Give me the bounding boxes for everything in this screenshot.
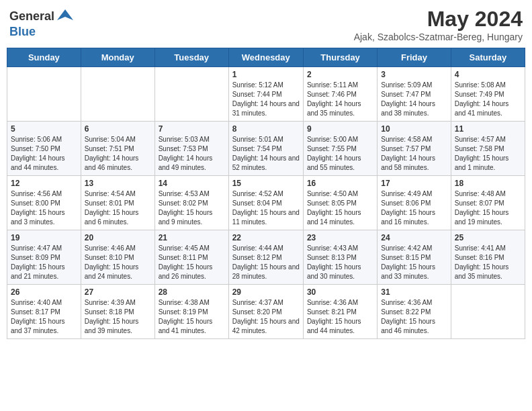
day-number: 29 (232, 287, 300, 297)
day-info: Sunrise: 4:47 AM Sunset: 8:09 PM Dayligh… (11, 244, 77, 281)
day-number: 26 (11, 287, 77, 297)
day-info: Sunrise: 4:43 AM Sunset: 8:13 PM Dayligh… (307, 244, 373, 281)
calendar-cell: 5Sunrise: 5:06 AM Sunset: 7:50 PM Daylig… (7, 122, 81, 176)
day-number: 16 (307, 179, 373, 188)
calendar-cell (81, 67, 154, 122)
day-number: 27 (85, 287, 151, 297)
day-info: Sunrise: 4:48 AM Sunset: 8:07 PM Dayligh… (455, 189, 521, 227)
calendar-cell: 25Sunrise: 4:41 AM Sunset: 8:16 PM Dayli… (451, 230, 525, 285)
sub-title: Ajak, Szabolcs-Szatmar-Bereg, Hungary (354, 32, 523, 42)
calendar-cell (154, 67, 228, 122)
logo-bird-icon (56, 7, 75, 26)
calendar-cell (451, 285, 525, 339)
calendar-cell: 29Sunrise: 4:37 AM Sunset: 8:20 PM Dayli… (228, 285, 303, 339)
day-number: 6 (85, 124, 151, 134)
calendar-cell: 6Sunrise: 5:04 AM Sunset: 7:51 PM Daylig… (81, 122, 154, 176)
day-info: Sunrise: 4:42 AM Sunset: 8:15 PM Dayligh… (381, 244, 447, 281)
calendar-cell: 13Sunrise: 4:54 AM Sunset: 8:01 PM Dayli… (81, 176, 154, 230)
calendar-header-thursday: Thursday (303, 48, 377, 67)
svg-marker-0 (57, 9, 73, 20)
calendar-cell: 28Sunrise: 4:38 AM Sunset: 8:19 PM Dayli… (154, 285, 228, 339)
day-number: 3 (381, 70, 447, 79)
day-info: Sunrise: 5:09 AM Sunset: 7:47 PM Dayligh… (381, 81, 447, 118)
day-info: Sunrise: 4:38 AM Sunset: 8:19 PM Dayligh… (159, 298, 225, 336)
calendar-cell: 22Sunrise: 4:44 AM Sunset: 8:12 PM Dayli… (228, 230, 303, 285)
day-number: 5 (11, 124, 77, 134)
day-info: Sunrise: 5:03 AM Sunset: 7:53 PM Dayligh… (159, 135, 225, 173)
calendar-cell: 16Sunrise: 4:50 AM Sunset: 8:05 PM Dayli… (303, 176, 377, 230)
calendar-cell: 24Sunrise: 4:42 AM Sunset: 8:15 PM Dayli… (378, 230, 451, 285)
calendar-cell: 31Sunrise: 4:36 AM Sunset: 8:22 PM Dayli… (378, 285, 451, 339)
day-info: Sunrise: 5:04 AM Sunset: 7:51 PM Dayligh… (85, 135, 151, 173)
calendar-cell: 1Sunrise: 5:12 AM Sunset: 7:44 PM Daylig… (228, 67, 303, 122)
calendar-header-sunday: Sunday (7, 48, 81, 67)
day-info: Sunrise: 4:37 AM Sunset: 8:20 PM Dayligh… (232, 298, 300, 336)
day-info: Sunrise: 5:12 AM Sunset: 7:44 PM Dayligh… (232, 81, 300, 118)
day-info: Sunrise: 4:50 AM Sunset: 8:05 PM Dayligh… (307, 189, 373, 227)
day-number: 18 (455, 179, 521, 188)
day-number: 9 (307, 124, 373, 134)
calendar-header-friday: Friday (378, 48, 451, 67)
day-info: Sunrise: 4:57 AM Sunset: 7:58 PM Dayligh… (455, 135, 521, 173)
day-info: Sunrise: 4:56 AM Sunset: 8:00 PM Dayligh… (11, 189, 77, 227)
day-number: 15 (232, 179, 300, 188)
calendar-cell: 19Sunrise: 4:47 AM Sunset: 8:09 PM Dayli… (7, 230, 81, 285)
day-number: 23 (307, 233, 373, 242)
calendar-cell: 7Sunrise: 5:03 AM Sunset: 7:53 PM Daylig… (154, 122, 228, 176)
day-number: 28 (159, 287, 225, 297)
day-number: 24 (381, 233, 447, 242)
day-number: 2 (307, 70, 373, 79)
day-info: Sunrise: 5:01 AM Sunset: 7:54 PM Dayligh… (232, 135, 300, 173)
page-header: General Blue May 2024 Ajak, Szabolcs-Sza… (7, 7, 525, 42)
day-number: 21 (159, 233, 225, 242)
calendar-cell: 26Sunrise: 4:40 AM Sunset: 8:17 PM Dayli… (7, 285, 81, 339)
day-number: 13 (85, 179, 151, 188)
calendar-week-row: 12Sunrise: 4:56 AM Sunset: 8:00 PM Dayli… (7, 176, 525, 230)
day-number: 12 (11, 179, 77, 188)
calendar-week-row: 26Sunrise: 4:40 AM Sunset: 8:17 PM Dayli… (7, 285, 525, 339)
day-info: Sunrise: 4:53 AM Sunset: 8:02 PM Dayligh… (159, 189, 225, 227)
day-number: 20 (85, 233, 151, 242)
logo-general: General (9, 10, 54, 22)
day-number: 7 (159, 124, 225, 134)
day-info: Sunrise: 4:36 AM Sunset: 8:21 PM Dayligh… (307, 298, 373, 336)
calendar-cell: 10Sunrise: 4:58 AM Sunset: 7:57 PM Dayli… (378, 122, 451, 176)
day-number: 22 (232, 233, 300, 242)
day-number: 30 (307, 287, 373, 297)
title-block: May 2024 Ajak, Szabolcs-Szatmar-Bereg, H… (354, 7, 523, 42)
day-info: Sunrise: 5:11 AM Sunset: 7:46 PM Dayligh… (307, 81, 373, 118)
day-number: 4 (455, 70, 521, 79)
day-info: Sunrise: 5:08 AM Sunset: 7:49 PM Dayligh… (455, 81, 521, 118)
day-info: Sunrise: 4:58 AM Sunset: 7:57 PM Dayligh… (381, 135, 447, 173)
day-number: 11 (455, 124, 521, 134)
day-info: Sunrise: 4:46 AM Sunset: 8:10 PM Dayligh… (85, 244, 151, 281)
calendar-cell: 12Sunrise: 4:56 AM Sunset: 8:00 PM Dayli… (7, 176, 81, 230)
day-number: 19 (11, 233, 77, 242)
calendar-cell (7, 67, 81, 122)
day-info: Sunrise: 4:52 AM Sunset: 8:04 PM Dayligh… (232, 189, 300, 227)
day-number: 17 (381, 179, 447, 188)
calendar-cell: 2Sunrise: 5:11 AM Sunset: 7:46 PM Daylig… (303, 67, 377, 122)
calendar-week-row: 1Sunrise: 5:12 AM Sunset: 7:44 PM Daylig… (7, 67, 525, 122)
day-number: 10 (381, 124, 447, 134)
day-info: Sunrise: 4:49 AM Sunset: 8:06 PM Dayligh… (381, 189, 447, 227)
day-info: Sunrise: 4:41 AM Sunset: 8:16 PM Dayligh… (455, 244, 521, 281)
calendar-cell: 4Sunrise: 5:08 AM Sunset: 7:49 PM Daylig… (451, 67, 525, 122)
calendar-cell: 18Sunrise: 4:48 AM Sunset: 8:07 PM Dayli… (451, 176, 525, 230)
day-info: Sunrise: 5:06 AM Sunset: 7:50 PM Dayligh… (11, 135, 77, 173)
day-number: 25 (455, 233, 521, 242)
day-number: 31 (381, 287, 447, 297)
calendar-cell: 20Sunrise: 4:46 AM Sunset: 8:10 PM Dayli… (81, 230, 154, 285)
day-info: Sunrise: 4:40 AM Sunset: 8:17 PM Dayligh… (11, 298, 77, 336)
main-title: May 2024 (354, 7, 523, 32)
calendar-header-monday: Monday (81, 48, 154, 67)
day-info: Sunrise: 4:44 AM Sunset: 8:12 PM Dayligh… (232, 244, 300, 281)
calendar-table: SundayMondayTuesdayWednesdayThursdayFrid… (7, 48, 525, 339)
logo-blue: Blue (9, 25, 36, 38)
calendar-header-tuesday: Tuesday (154, 48, 228, 67)
calendar-header-saturday: Saturday (451, 48, 525, 67)
calendar-header-row: SundayMondayTuesdayWednesdayThursdayFrid… (7, 48, 525, 67)
calendar-cell: 21Sunrise: 4:45 AM Sunset: 8:11 PM Dayli… (154, 230, 228, 285)
day-number: 1 (232, 70, 300, 79)
day-info: Sunrise: 4:54 AM Sunset: 8:01 PM Dayligh… (85, 189, 151, 227)
